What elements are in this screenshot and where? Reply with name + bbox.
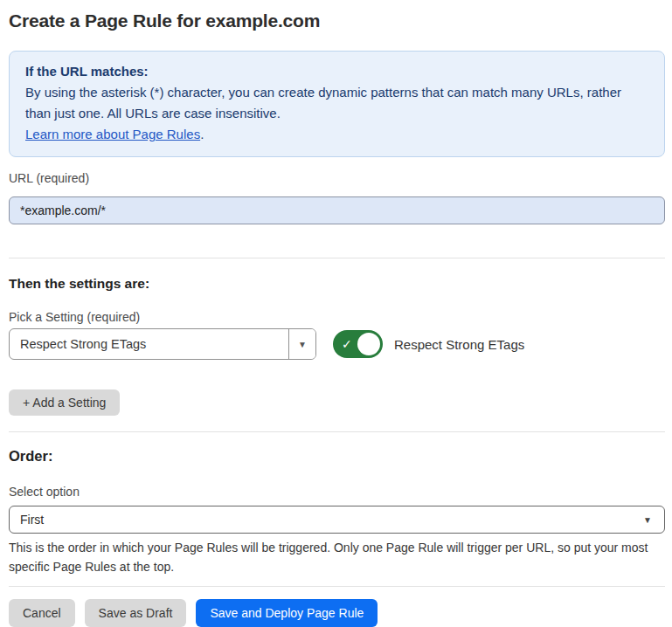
info-box-body: By using the asterisk (*) character, you… bbox=[25, 82, 648, 124]
url-input[interactable] bbox=[9, 196, 665, 224]
page-title: Create a Page Rule for example.com bbox=[9, 10, 665, 31]
settings-section-heading: Then the settings are: bbox=[9, 276, 665, 292]
pick-setting-label: Pick a Setting (required) bbox=[9, 310, 665, 324]
url-field-label: URL (required) bbox=[9, 171, 665, 185]
link-period: . bbox=[200, 127, 204, 141]
dropdown-arrow-button[interactable]: ▼ bbox=[288, 329, 315, 359]
order-section-heading: Order: bbox=[9, 448, 665, 465]
info-box-heading: If the URL matches: bbox=[25, 61, 648, 82]
setting-select[interactable]: Respect Strong ETags ▼ bbox=[9, 328, 316, 360]
page-rule-form: Create a Page Rule for example.com If th… bbox=[0, 0, 672, 627]
footer-actions: Cancel Save as Draft Save and Deploy Pag… bbox=[9, 599, 665, 627]
dropdown-arrow-icon: ▼ bbox=[298, 340, 307, 349]
order-select[interactable]: First ▼ bbox=[9, 506, 665, 534]
section-divider bbox=[9, 258, 665, 258]
setting-toggle[interactable]: ✓ bbox=[333, 330, 383, 358]
add-setting-button[interactable]: + Add a Setting bbox=[9, 389, 120, 416]
chevron-down-icon: ▼ bbox=[643, 515, 652, 525]
setting-select-value: Respect Strong ETags bbox=[10, 329, 288, 359]
order-help-text: This is the order in which your Page Rul… bbox=[9, 538, 665, 576]
url-match-info-box: If the URL matches: By using the asteris… bbox=[9, 51, 665, 157]
info-box-link-line: Learn more about Page Rules. bbox=[25, 124, 648, 145]
order-select-label: Select option bbox=[9, 485, 665, 499]
order-select-value: First bbox=[20, 513, 44, 527]
check-icon: ✓ bbox=[342, 338, 352, 350]
footer-divider bbox=[9, 586, 665, 587]
toggle-knob bbox=[357, 333, 380, 355]
cancel-button[interactable]: Cancel bbox=[9, 599, 75, 627]
learn-more-link[interactable]: Learn more about Page Rules bbox=[25, 127, 200, 141]
toggle-label: Respect Strong ETags bbox=[394, 337, 524, 352]
save-draft-button[interactable]: Save as Draft bbox=[85, 599, 187, 627]
save-deploy-button[interactable]: Save and Deploy Page Rule bbox=[196, 599, 378, 627]
setting-row: Respect Strong ETags ▼ ✓ Respect Strong … bbox=[9, 328, 665, 360]
section-divider bbox=[9, 431, 665, 432]
